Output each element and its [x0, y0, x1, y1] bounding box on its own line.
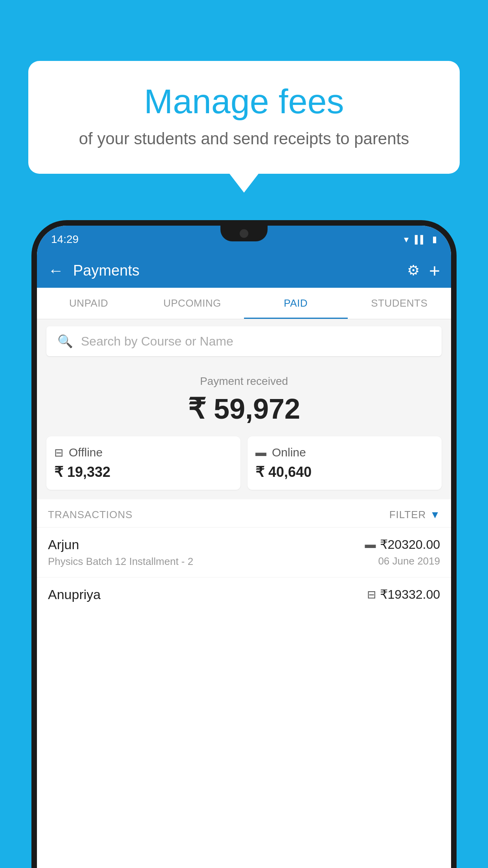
online-payment-card: ▬ Online ₹ 40,640 [248, 436, 442, 490]
transaction-name-anupriya: Anupriya [48, 587, 367, 602]
app-header: ← Payments ⚙ + [37, 253, 451, 288]
search-placeholder: Search by Course or Name [81, 334, 233, 349]
tab-upcoming[interactable]: UPCOMING [141, 288, 244, 319]
bubble-subtitle: of your students and send receipts to pa… [52, 129, 436, 148]
status-icons: ▾ ▌▌ ▮ [404, 234, 437, 245]
transaction-name-arjun: Arjun [48, 537, 365, 552]
notch [220, 226, 268, 241]
gear-icon[interactable]: ⚙ [407, 262, 420, 279]
tabs-bar: UNPAID UPCOMING PAID STUDENTS [37, 288, 451, 319]
transactions-header: TRANSACTIONS FILTER ▼ [37, 499, 451, 527]
card-payment-icon: ▬ [365, 538, 376, 551]
payment-summary: Payment received ₹ 59,972 ⊟ Offline ₹ 19… [37, 363, 451, 499]
transaction-amount-anupriya: ₹19332.00 [380, 587, 440, 602]
filter-label: FILTER [389, 509, 426, 521]
tab-paid[interactable]: PAID [244, 288, 348, 319]
wifi-icon: ▾ [404, 234, 409, 245]
phone-inner: 14:29 ▾ ▌▌ ▮ ← Payments ⚙ + UNPAID [37, 226, 451, 868]
back-button[interactable]: ← [48, 262, 64, 280]
plus-icon[interactable]: + [429, 260, 440, 281]
transaction-item-anupriya[interactable]: Anupriya ⊟ ₹19332.00 [37, 577, 451, 615]
transaction-right-arjun: ▬ ₹20320.00 06 June 2019 [365, 537, 440, 567]
payment-total-amount: ₹ 59,972 [46, 392, 442, 425]
online-icon: ▬ [255, 446, 266, 459]
speech-bubble: Manage fees of your students and send re… [28, 61, 460, 174]
search-box[interactable]: 🔍 Search by Course or Name [46, 326, 442, 356]
filter-funnel-icon: ▼ [430, 509, 440, 521]
transactions-label: TRANSACTIONS [48, 509, 133, 521]
payment-received-label: Payment received [46, 375, 442, 388]
offline-payment-card: ⊟ Offline ₹ 19,332 [46, 436, 240, 490]
header-title: Payments [73, 262, 398, 279]
offline-payment-icon: ⊟ [367, 588, 376, 601]
transaction-amount-arjun: ₹20320.00 [380, 537, 440, 552]
online-amount: ₹ 40,640 [255, 464, 434, 480]
camera-notch [240, 229, 248, 238]
tab-students[interactable]: STUDENTS [348, 288, 451, 319]
transaction-desc-arjun: Physics Batch 12 Installment - 2 [48, 555, 365, 568]
signal-icon: ▌▌ [415, 235, 426, 244]
bubble-title: Manage fees [52, 83, 436, 121]
phone-frame: 14:29 ▾ ▌▌ ▮ ← Payments ⚙ + UNPAID [31, 220, 457, 868]
transaction-left-anupriya: Anupriya [48, 587, 367, 605]
offline-label: Offline [69, 446, 103, 459]
search-container: 🔍 Search by Course or Name [37, 319, 451, 363]
transaction-item-arjun[interactable]: Arjun Physics Batch 12 Installment - 2 ▬… [37, 527, 451, 577]
transaction-right-anupriya: ⊟ ₹19332.00 [367, 587, 440, 605]
tab-unpaid[interactable]: UNPAID [37, 288, 141, 319]
offline-icon: ⊟ [54, 446, 63, 459]
transaction-left-arjun: Arjun Physics Batch 12 Installment - 2 [48, 537, 365, 568]
payment-cards: ⊟ Offline ₹ 19,332 ▬ Online ₹ 40,640 [46, 436, 442, 490]
offline-amount: ₹ 19,332 [54, 464, 233, 480]
transaction-date-arjun: 06 June 2019 [365, 555, 440, 567]
status-bar: 14:29 ▾ ▌▌ ▮ [37, 226, 451, 253]
filter-area[interactable]: FILTER ▼ [389, 509, 440, 521]
status-time: 14:29 [51, 233, 79, 246]
battery-icon: ▮ [432, 234, 437, 245]
online-label: Online [272, 446, 306, 459]
search-icon: 🔍 [57, 334, 73, 349]
